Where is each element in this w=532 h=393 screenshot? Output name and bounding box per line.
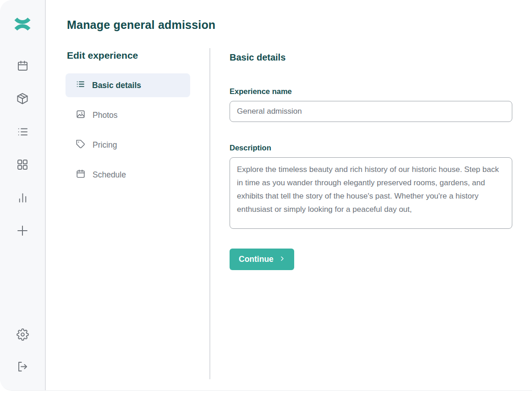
grid-icon[interactable] bbox=[16, 158, 29, 171]
experience-name-label: Experience name bbox=[230, 87, 512, 96]
menu-item-schedule[interactable]: Schedule bbox=[66, 163, 190, 187]
icon-rail bbox=[0, 0, 46, 390]
chevron-right-icon bbox=[279, 255, 285, 264]
continue-button[interactable]: Continue bbox=[230, 249, 294, 270]
menu-item-pricing[interactable]: Pricing bbox=[66, 133, 190, 157]
continue-button-label: Continue bbox=[239, 255, 274, 264]
menu-item-label: Pricing bbox=[93, 140, 117, 150]
list-icon[interactable] bbox=[16, 125, 29, 138]
menu-item-basic-details[interactable]: Basic details bbox=[66, 73, 190, 97]
description-textarea[interactable]: Explore the timeless beauty and rich his… bbox=[230, 157, 512, 229]
form-heading: Basic details bbox=[230, 52, 512, 63]
rail-nav bbox=[16, 59, 29, 237]
basic-details-form: Basic details Experience name Descriptio… bbox=[210, 50, 512, 379]
calendar-icon bbox=[76, 169, 86, 181]
tag-icon bbox=[76, 139, 86, 151]
experience-name-input[interactable] bbox=[230, 101, 512, 122]
page-title: Manage general admission bbox=[67, 18, 532, 32]
image-icon bbox=[76, 109, 86, 122]
edit-experience-panel: Edit experience Basic details bbox=[67, 50, 209, 379]
edit-experience-menu: Basic details Photos bbox=[66, 73, 190, 187]
plus-icon[interactable] bbox=[16, 224, 29, 237]
bar-chart-icon[interactable] bbox=[16, 191, 29, 204]
xola-logo-icon[interactable] bbox=[14, 17, 31, 33]
menu-item-label: Photos bbox=[93, 111, 117, 120]
app-window: Manage general admission Edit experience bbox=[0, 0, 532, 391]
main-area: Manage general admission Edit experience bbox=[46, 0, 532, 390]
edit-experience-heading: Edit experience bbox=[67, 50, 209, 61]
package-icon[interactable] bbox=[16, 92, 29, 105]
rail-bottom bbox=[16, 328, 29, 373]
calendar-icon[interactable] bbox=[16, 59, 29, 72]
list-icon bbox=[76, 79, 85, 91]
menu-item-label: Basic details bbox=[92, 81, 141, 90]
menu-item-photos[interactable]: Photos bbox=[66, 103, 190, 127]
description-label: Description bbox=[230, 144, 512, 152]
logout-icon[interactable] bbox=[16, 360, 29, 373]
settings-icon[interactable] bbox=[16, 328, 29, 341]
menu-item-label: Schedule bbox=[93, 170, 126, 180]
